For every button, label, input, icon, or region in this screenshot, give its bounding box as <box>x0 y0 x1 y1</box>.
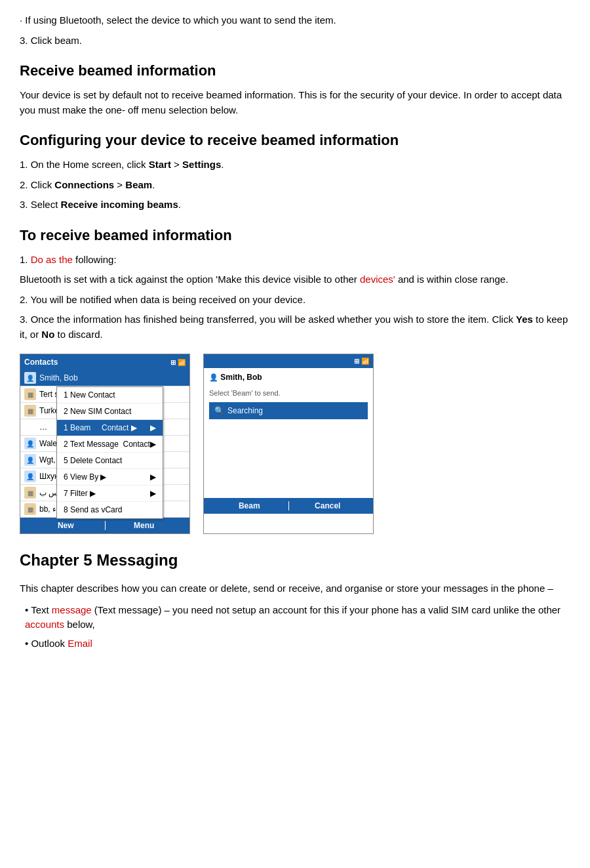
receive-body: Your device is set by default not to rec… <box>20 88 570 117</box>
menu-view-by[interactable]: 6 View By ▶ <box>57 469 163 486</box>
left-title: Contacts <box>24 356 58 368</box>
left-bottom-menu[interactable]: Menu <box>106 520 184 531</box>
contact-icon-person4: 👤 <box>24 470 36 482</box>
right-status-icons: ⊞ 📶 <box>354 356 369 366</box>
to-receive-step3: 3. Once the information has finished bei… <box>20 312 570 342</box>
chapter-intro: This chapter describes how you can creat… <box>20 581 570 596</box>
section-to-receive: To receive beamed information 1. Do as t… <box>20 224 570 342</box>
right-phone-screen: ⊞ 📶 👤 Smith, Bob Select 'Beam' to send. … <box>203 354 374 534</box>
screenshots-row: Contacts ⊞ 📶 👤 Smith, Bob ▦ Tert si… ▦ T… <box>20 354 570 534</box>
section-configuring: Configuring your device to receive beame… <box>20 129 570 213</box>
right-bottom-cancel[interactable]: Cancel <box>289 500 367 512</box>
contact-icon-person: 👤 <box>24 372 36 384</box>
contact-icon-person3: 👤 <box>24 454 36 466</box>
left-titlebar: Contacts ⊞ 📶 <box>20 354 189 370</box>
chapter-bullet1: • Text message (Text message) – you need… <box>20 603 570 632</box>
searching-row: 🔍 Searching <box>209 402 368 419</box>
to-receive-step1-body: Bluetooth is set with a tick against the… <box>20 272 570 287</box>
menu-text-message[interactable]: 2 Text Message Contact <box>57 436 163 453</box>
section-receive: Receive beamed information Your device i… <box>20 60 570 117</box>
contact-smith-bob[interactable]: 👤 Smith, Bob <box>20 370 189 386</box>
menu-send-as-vcard[interactable]: 8 Send as vCard <box>57 502 163 518</box>
right-titlebar: ⊞ 📶 <box>204 354 373 368</box>
section-chapter5: Chapter 5 Messaging This chapter describ… <box>20 548 570 651</box>
right-bottombar: Beam Cancel <box>204 498 373 514</box>
search-icon: 🔍 <box>214 405 224 417</box>
configuring-heading: Configuring your device to receive beame… <box>20 129 570 151</box>
config-step3: 3. Select Receive incoming beams. <box>20 197 570 213</box>
contact-icon-sim3: ▦ <box>24 487 36 499</box>
main-content: · If using Bluetooth, select the device … <box>20 13 570 651</box>
left-phone-screen: Contacts ⊞ 📶 👤 Smith, Bob ▦ Tert si… ▦ T… <box>20 354 190 534</box>
chapter-bullet2: • Outlook Email <box>20 636 570 651</box>
right-bottom-beam[interactable]: Beam <box>210 500 288 512</box>
contact-icon-sim2: ▦ <box>24 405 36 417</box>
chapter-title: Chapter 5 Messaging <box>20 548 570 572</box>
left-bottom-new[interactable]: New <box>27 520 105 531</box>
left-status-icons: ⊞ 📶 <box>170 358 186 367</box>
beam-spacer <box>204 419 373 498</box>
menu-filter[interactable]: 7 Filter ▶ <box>57 486 163 502</box>
to-receive-heading: To receive beamed information <box>20 224 570 246</box>
receive-heading: Receive beamed information <box>20 60 570 81</box>
menu-new-contact[interactable]: 1 New Contact <box>57 387 163 403</box>
config-step2: 2. Click Connections > Beam. <box>20 178 570 193</box>
left-bottombar: New Menu <box>20 518 189 533</box>
to-receive-step2: 2. You will be notified when data is bei… <box>20 293 570 308</box>
context-menu-area: ▦ Tert si… ▦ Turké… … 1 New Contact 2 Ne… <box>20 386 189 518</box>
menu-delete-contact[interactable]: 5 Delete Contact <box>57 453 163 469</box>
contact-icon-person2: 👤 <box>24 438 36 449</box>
step3-click-beam: 3. Click beam. <box>20 33 570 49</box>
beam-subtitle: Select 'Beam' to send. <box>204 386 373 402</box>
contact-icon-sim4: ▦ <box>24 503 36 515</box>
config-step1: 1. On the Home screen, click Start > Set… <box>20 157 570 173</box>
to-receive-step1: 1. Do as the following: <box>20 253 570 268</box>
contact-icon-sim: ▦ <box>24 388 36 400</box>
menu-new-sim-contact[interactable]: 2 New SIM Contact <box>57 403 163 420</box>
menu-beam-contact[interactable]: 1 Beam Contact ▶ <box>57 420 163 436</box>
context-menu: 1 New Contact 2 New SIM Contact 1 Beam C… <box>56 386 163 519</box>
searching-text: Searching <box>227 405 263 417</box>
bullet-bluetooth: · If using Bluetooth, select the device … <box>20 13 570 28</box>
beam-contact-name: 👤 Smith, Bob <box>204 368 373 386</box>
